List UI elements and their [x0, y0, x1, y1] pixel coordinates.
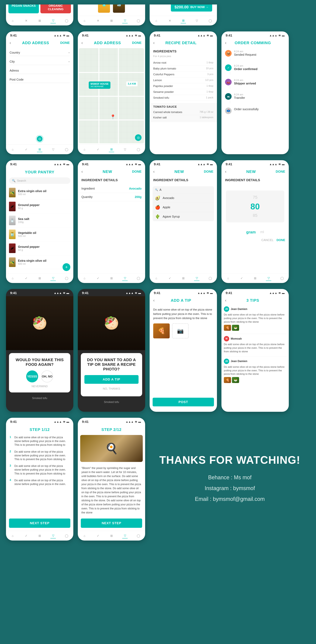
search-result-1[interactable]: 🍎 Apple: [153, 202, 214, 212]
nav-profile-s1[interactable]: ◯: [64, 533, 69, 538]
nav-filter[interactable]: ▽: [50, 18, 56, 23]
nav-filter-map[interactable]: ▽: [122, 147, 128, 152]
done-qty-btn[interactable]: DONE: [277, 238, 285, 242]
map-area[interactable]: MSMOF HOUSE 342 BERNABÉ 3,4 KM 📍 ◎: [79, 48, 144, 143]
nav-check-map[interactable]: ✓: [95, 147, 101, 152]
nav-home-3[interactable]: ⌂: [154, 18, 159, 23]
nav-search[interactable]: ✕: [23, 18, 29, 23]
nav-profile-map[interactable]: ◯: [136, 147, 141, 152]
nav-check-pantry[interactable]: ✓: [23, 276, 29, 281]
done-ingr-new[interactable]: DONE: [132, 170, 142, 174]
pantry-search[interactable]: 🔍 Search: [9, 178, 70, 184]
next-step-btn-1[interactable]: NEXT STEP: [9, 518, 70, 528]
nav-filter-is[interactable]: ▽: [194, 276, 199, 281]
nav-home-qty[interactable]: ⌂: [226, 276, 231, 281]
tip-upload-btn[interactable]: 📷: [172, 324, 189, 338]
banner-organic[interactable]: ORGANIC CLEANING: [40, 4, 71, 13]
qty-option-75[interactable]: 75: [253, 195, 257, 200]
nav-cart-is[interactable]: ⊞: [181, 276, 186, 281]
quantity-value[interactable]: 200g: [135, 195, 142, 199]
country-field[interactable]: Country ▾: [9, 50, 70, 56]
back-3tips[interactable]: ‹: [225, 298, 226, 303]
yes-button[interactable]: YESSS: [26, 370, 38, 382]
unit-ml[interactable]: ml: [260, 230, 264, 234]
city-field[interactable]: City ▾: [9, 58, 70, 65]
back-ingr-new[interactable]: ‹: [81, 169, 83, 174]
done-ingr-search[interactable]: DONE: [204, 170, 213, 174]
nevermind-button[interactable]: NEVERMIND: [12, 385, 67, 388]
ingredient-value[interactable]: Avocado: [129, 187, 142, 190]
nav-cart-af[interactable]: ⊞: [37, 147, 42, 152]
nav-search-3[interactable]: ✕: [167, 18, 173, 23]
nav-cart-s1[interactable]: ⊞: [37, 533, 42, 538]
nav-profile-af[interactable]: ◯: [64, 147, 69, 152]
nav-filter-s1[interactable]: ▽: [50, 533, 56, 538]
nav-cart-s2[interactable]: ⊞: [109, 533, 114, 538]
nav-cart-3[interactable]: ⊞: [181, 18, 186, 23]
nav-cart-in[interactable]: ⊞: [109, 276, 114, 281]
back-button-tracking[interactable]: ‹: [225, 40, 226, 45]
nav-filter-3[interactable]: ▽: [194, 18, 199, 23]
search-input[interactable]: A: [159, 188, 212, 192]
back-button-addr[interactable]: ‹: [9, 40, 11, 45]
no-button[interactable]: OH, NO: [41, 370, 53, 382]
nav-check-in[interactable]: ✓: [95, 276, 101, 281]
nav-profile-pantry[interactable]: ◯: [64, 276, 69, 281]
nav-home-s1[interactable]: ⌂: [10, 533, 15, 538]
nav-filter-2[interactable]: ▽: [122, 18, 128, 23]
next-step-btn-2[interactable]: NEXT STEP: [81, 518, 142, 528]
back-qty[interactable]: ‹: [225, 169, 226, 174]
nav-home-is[interactable]: ⌂: [154, 276, 159, 281]
add-tip-button[interactable]: ADD A TIP: [84, 375, 139, 384]
nav-home-pantry[interactable]: ⌂: [10, 276, 15, 281]
nav-filter-pantry[interactable]: ▽: [50, 276, 56, 281]
nav-profile-s2[interactable]: ◯: [136, 533, 141, 538]
back-button-recipe[interactable]: ‹: [153, 40, 155, 45]
back-ingr-search[interactable]: ‹: [153, 169, 155, 174]
nav-check-is[interactable]: ✓: [167, 276, 173, 281]
search-result-2[interactable]: 🌵 Agave Syrup: [153, 212, 214, 221]
nav-cart-qty[interactable]: ⊞: [252, 276, 258, 281]
fab-add[interactable]: +: [62, 263, 70, 271]
nav-home-in[interactable]: ⌂: [82, 276, 87, 281]
nav-check-s2[interactable]: ✓: [95, 533, 101, 538]
cancel-qty-btn[interactable]: CANCEL: [261, 238, 274, 242]
nav-home-s2[interactable]: ⌂: [82, 533, 87, 538]
nav-profile[interactable]: ◯: [64, 18, 69, 23]
nav-cart-2[interactable]: ⊞: [109, 18, 114, 23]
nav-profile-3[interactable]: ◯: [208, 18, 213, 23]
nav-home[interactable]: ⌂: [10, 18, 15, 23]
unit-gram[interactable]: gram: [246, 230, 256, 234]
post-button[interactable]: POST: [153, 398, 214, 406]
search-result-0[interactable]: 🥑 Avocado: [153, 193, 214, 202]
tip-text-body[interactable]: Do add some olive oil on top of the pizz…: [153, 308, 213, 320]
address-field[interactable]: Adress: [9, 68, 70, 74]
nav-profile-is[interactable]: ◯: [208, 276, 213, 281]
qty-option-85[interactable]: 85: [253, 213, 257, 218]
postcode-field[interactable]: Post Code: [9, 76, 70, 83]
nav-cart-map[interactable]: ⊞: [109, 147, 114, 152]
price-button[interactable]: $200.00 BUY NOW →: [171, 4, 212, 12]
nav-profile-2[interactable]: ◯: [136, 18, 141, 23]
nav-filter-in[interactable]: ▽: [122, 276, 128, 281]
nav-filter-af[interactable]: ▽: [50, 147, 56, 152]
done-qty-header[interactable]: DONE: [276, 170, 285, 174]
back-add-tip[interactable]: ‹: [153, 298, 155, 303]
nav-search-2[interactable]: ✕: [95, 18, 101, 23]
banner-pegan[interactable]: PEGAN SNACKS: [8, 4, 39, 13]
nav-profile-qty[interactable]: ◯: [279, 276, 285, 281]
nav-check-s1[interactable]: ✓: [23, 533, 29, 538]
done-button-map[interactable]: DONE: [132, 41, 142, 45]
nav-cart-pantry[interactable]: ⊞: [37, 276, 42, 281]
qty-selected-80[interactable]: 80: [251, 202, 260, 211]
nav-home-map[interactable]: ⌂: [82, 147, 87, 152]
nav-check-af[interactable]: ✓: [23, 147, 29, 152]
done-button-addr[interactable]: DONE: [60, 41, 70, 45]
nav-profile-in[interactable]: ◯: [136, 276, 141, 281]
no-thanks-button[interactable]: NO, THANKS: [84, 386, 139, 392]
nav-check-qty[interactable]: ✓: [239, 276, 244, 281]
nav-filter-qty[interactable]: ▽: [266, 276, 271, 281]
map-location-btn[interactable]: ◎: [135, 134, 142, 141]
nav-filter-s2[interactable]: ▽: [122, 533, 128, 538]
back-button-map[interactable]: ‹: [81, 40, 83, 45]
